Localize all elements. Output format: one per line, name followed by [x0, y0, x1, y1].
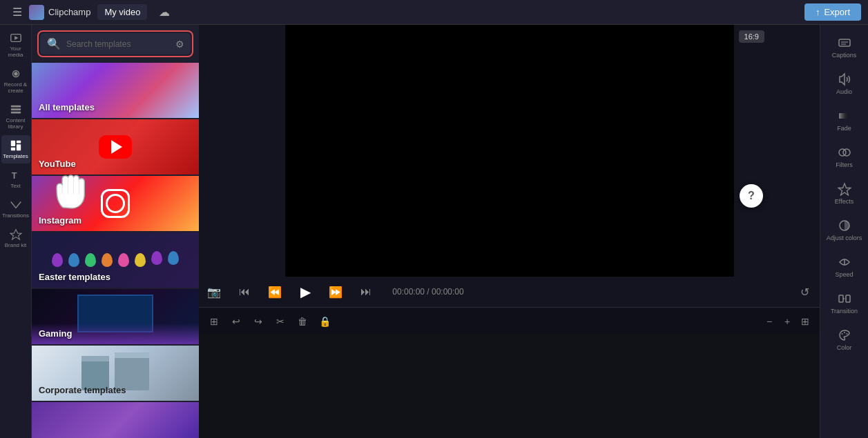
- sidebar-item-content-library[interactable]: Content library: [1, 99, 30, 134]
- main-area: Your media Record & create Content libra…: [0, 25, 868, 438]
- right-tool-adjust-colors[interactable]: Adjust colors: [822, 213, 867, 247]
- tool-label: Captions: [832, 52, 857, 59]
- template-card-instagram[interactable]: Instagram: [32, 176, 199, 231]
- export-button[interactable]: ↑ Export: [804, 3, 861, 21]
- svg-point-3: [14, 72, 17, 75]
- app-logo[interactable]: ☰ Clipchamp: [7, 5, 90, 20]
- card-label: Corporate templates: [39, 385, 126, 395]
- svg-point-28: [844, 332, 845, 333]
- clipchamp-logo-icon: [29, 5, 44, 20]
- timeline-bar: ⊞ ↩ ↪ ✂ 🗑 🔒 − + ⊞: [199, 307, 820, 335]
- sidebar-item-templates[interactable]: Templates: [1, 135, 30, 163]
- svg-rect-25: [839, 295, 843, 302]
- svg-rect-6: [10, 112, 20, 114]
- zoom-controls: − + ⊞: [762, 314, 813, 329]
- time-display: 00:00:00 / 00:00:00: [387, 287, 470, 297]
- svg-rect-4: [10, 106, 20, 108]
- right-tool-transition[interactable]: Transition: [822, 286, 867, 320]
- svg-rect-8: [16, 141, 20, 143]
- search-input[interactable]: [66, 39, 170, 49]
- right-tool-filters[interactable]: Filters: [822, 140, 867, 174]
- right-tool-effects[interactable]: Effects: [822, 177, 867, 210]
- svg-rect-16: [839, 39, 850, 46]
- play-button[interactable]: ▶: [296, 282, 315, 301]
- template-card-all-templates[interactable]: All templates: [32, 63, 199, 118]
- sidebar-item-brand-kit[interactable]: Brand kit: [1, 224, 30, 252]
- topbar: ☰ Clipchamp My video ☁ ↑ Export: [0, 0, 868, 25]
- undo-button[interactable]: ↩: [228, 313, 244, 330]
- card-label: Gaming: [39, 328, 72, 339]
- svg-rect-10: [16, 144, 20, 150]
- center-area: 16:9 ◀ ? 📷 ⏮ ⏪ ▶ ⏩ ⏭ 00:00:00 / 00:00:00…: [199, 25, 820, 438]
- timeline-tracks: [199, 335, 820, 438]
- redo-button[interactable]: ↪: [250, 313, 267, 330]
- rail-label: Brand kit: [5, 242, 27, 248]
- card-label: All templates: [39, 102, 95, 112]
- step-back-button[interactable]: ⏪: [265, 282, 284, 301]
- card-label: Easter templates: [39, 272, 110, 282]
- sidebar-item-text[interactable]: T Text: [1, 165, 30, 193]
- rail-label: Record & create: [4, 81, 28, 94]
- svg-marker-1: [15, 36, 18, 39]
- screenshot-button[interactable]: 📷: [204, 282, 224, 301]
- help-button[interactable]: ?: [740, 184, 763, 208]
- rail-label: Transitions: [2, 212, 29, 219]
- template-card-youtube[interactable]: YouTube: [32, 119, 199, 175]
- icon-rail: Your media Record & create Content libra…: [0, 25, 32, 438]
- video-player[interactable]: [285, 25, 734, 277]
- search-highlight: 🔍 ⚙: [37, 30, 193, 57]
- filter-icon[interactable]: ⚙: [175, 39, 184, 50]
- tool-label: Adjust colors: [827, 235, 862, 241]
- template-card-corporate[interactable]: Corporate templates: [32, 346, 199, 401]
- delete-tool[interactable]: 🗑: [294, 313, 311, 330]
- right-tool-audio[interactable]: Audio: [822, 67, 867, 101]
- export-label: Export: [824, 7, 850, 17]
- playback-controls: 📷 ⏮ ⏪ ▶ ⏩ ⏭ 00:00:00 / 00:00:00 ↺: [199, 277, 820, 307]
- right-panel: Captions Audio Fade Filters Effects Adju…: [820, 25, 868, 438]
- cloud-icon: ☁: [157, 5, 172, 20]
- cut-tool[interactable]: ✂: [272, 313, 289, 330]
- replay-button[interactable]: ↺: [795, 282, 814, 301]
- template-list: All templates YouTube Instagram: [32, 63, 199, 438]
- right-tool-color[interactable]: Color: [822, 323, 867, 357]
- svg-rect-7: [10, 141, 15, 146]
- templates-panel: 🔍 ⚙ All templates YouTube: [32, 25, 199, 438]
- rail-label: Templates: [3, 153, 28, 159]
- export-icon: ↑: [816, 7, 820, 17]
- svg-point-27: [841, 333, 842, 335]
- lock-tool[interactable]: 🔒: [316, 313, 333, 330]
- search-wrapper: 🔍 ⚙: [32, 25, 199, 63]
- template-card-gaming[interactable]: Gaming: [32, 289, 199, 344]
- skip-forward-button[interactable]: ⏭: [356, 282, 376, 301]
- svg-point-21: [843, 149, 850, 156]
- zoom-in-button[interactable]: +: [780, 314, 795, 329]
- zoom-out-button[interactable]: −: [762, 314, 777, 329]
- skip-back-button[interactable]: ⏮: [235, 282, 254, 301]
- magnet-tool[interactable]: ⊞: [206, 313, 222, 330]
- right-tool-fade[interactable]: Fade: [822, 103, 867, 137]
- right-tool-captions[interactable]: Captions: [822, 30, 867, 64]
- rail-label: Your media: [4, 46, 28, 58]
- svg-rect-9: [10, 148, 15, 151]
- template-card-slideshows[interactable]: Slideshows: [32, 402, 199, 438]
- right-tool-speed[interactable]: Speed: [822, 250, 867, 283]
- card-label: Instagram: [39, 215, 81, 226]
- template-card-easter[interactable]: Easter templates: [32, 232, 199, 288]
- sidebar-item-your-media[interactable]: Your media: [1, 28, 30, 62]
- step-forward-button[interactable]: ⏩: [326, 282, 345, 301]
- sidebar-item-record[interactable]: Record & create: [1, 63, 30, 98]
- aspect-ratio-badge: 16:9: [739, 30, 764, 43]
- svg-text:T: T: [11, 171, 17, 181]
- tool-label: Color: [837, 344, 852, 351]
- search-icon: 🔍: [47, 37, 61, 50]
- rail-label: Text: [10, 183, 21, 189]
- tool-label: Audio: [836, 88, 852, 95]
- fit-to-window-button[interactable]: ⊞: [798, 314, 813, 329]
- tool-label: Fade: [837, 125, 851, 132]
- video-tab[interactable]: My video: [97, 4, 147, 20]
- rail-label: Content library: [4, 117, 28, 130]
- tool-label: Speed: [835, 271, 853, 278]
- sidebar-item-transitions[interactable]: Transitions: [1, 195, 30, 223]
- svg-marker-22: [838, 183, 851, 195]
- hamburger-icon[interactable]: ☰: [10, 5, 25, 20]
